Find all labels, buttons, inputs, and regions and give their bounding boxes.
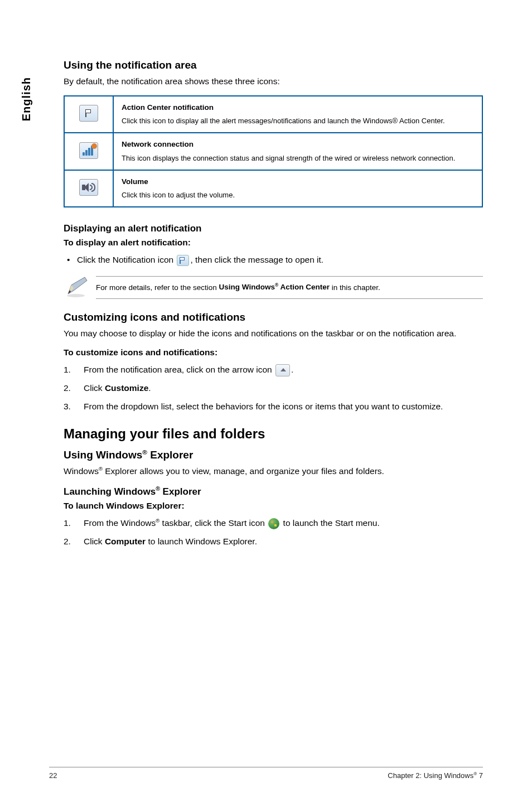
- ol-launch: 1. From the Windows® taskbar, click the …: [64, 516, 483, 549]
- heading-managing: Managing your files and folders: [64, 426, 483, 442]
- bullet-text-pre: Click the Notification icon: [77, 255, 176, 264]
- text-cell-volume: Volume Click this icon to adjust the vol…: [113, 170, 482, 207]
- page: English Using the notification area By d…: [0, 0, 532, 802]
- note-post: in this chapter.: [330, 283, 380, 291]
- heading-display-alert: Displaying an alert notification: [64, 223, 483, 234]
- s2-post: .: [148, 383, 151, 393]
- bullet-text-post: , then click the message to open it.: [190, 255, 323, 264]
- volume-speaker-icon: [79, 179, 98, 196]
- network-signal-icon: [79, 142, 98, 159]
- heading-customize: Customizing icons and notifications: [64, 311, 483, 323]
- note-pre: For more details, refer to the section: [96, 283, 219, 291]
- icon-cell-volume: [64, 170, 113, 207]
- para-customize: You may choose to display or hide the ic…: [64, 328, 483, 340]
- notification-icons-table: Action Center notification Click this ic…: [64, 95, 483, 207]
- s2-bold: Customize: [105, 383, 148, 393]
- note-pencil-icon: [64, 274, 91, 298]
- row3-body: Click this icon to adjust the volume.: [122, 191, 235, 199]
- para-explorer: Windows® Explorer allows you to view, ma…: [64, 466, 483, 477]
- arrow-up-icon: [275, 364, 290, 376]
- row1-body: Click this icon to display all the alert…: [122, 117, 445, 125]
- row1-title: Action Center notification: [122, 102, 474, 113]
- row2-title: Network connection: [122, 139, 474, 150]
- table-row: Volume Click this icon to adjust the vol…: [64, 170, 482, 207]
- chapter-label: Chapter 2: Using Windows® 7: [388, 771, 483, 780]
- note-bold-pre: Using Windows: [219, 283, 275, 291]
- svg-point-0: [67, 294, 85, 297]
- icon-cell-network: [64, 133, 113, 170]
- list-item: 3.From the dropdown list, select the beh…: [64, 400, 483, 414]
- language-tab: English: [20, 77, 36, 121]
- heading-notification-area: Using the notification area: [64, 59, 483, 71]
- text-cell-action-center: Action Center notification Click this ic…: [113, 96, 482, 133]
- svg-marker-1: [68, 277, 87, 294]
- l2-pre: Click: [84, 537, 105, 546]
- page-footer: 22 Chapter 2: Using Windows® 7: [0, 767, 532, 780]
- l1-post: to launch the Start menu.: [283, 518, 380, 528]
- start-menu-icon: [268, 518, 279, 529]
- sub-display-alert: To display an alert notification:: [64, 238, 483, 248]
- row2-body: This icon displays the connection status…: [122, 154, 455, 162]
- l2-post: to launch Windows Explorer.: [146, 537, 257, 546]
- row3-title: Volume: [122, 176, 474, 187]
- table-row: Network connection This icon displays th…: [64, 133, 482, 170]
- notification-flag-icon: [177, 255, 189, 266]
- para-notification-area: By default, the notification area shows …: [64, 76, 483, 88]
- content: Using the notification area By default, …: [64, 59, 483, 548]
- note-bold-post: Action Center: [280, 283, 330, 291]
- s1-post: .: [291, 365, 293, 374]
- sub-customize: To customize icons and notifications:: [64, 347, 483, 357]
- s3: From the dropdown list, select the behav…: [84, 400, 483, 414]
- action-center-flag-icon: [79, 105, 98, 122]
- s2-pre: Click: [84, 383, 105, 393]
- sub-launch: To launch Windows Explorer:: [64, 501, 483, 511]
- icon-cell-action-center: [64, 96, 113, 133]
- list-item: 1. From the Windows® taskbar, click the …: [64, 516, 483, 530]
- ol-customize: 1. From the notification area, click on …: [64, 363, 483, 413]
- heading-using-explorer: Using Windows® Explorer: [64, 448, 483, 461]
- s1-pre: From the notification area, click on the…: [84, 365, 274, 374]
- table-row: Action Center notification Click this ic…: [64, 96, 482, 133]
- heading-launch-explorer: Launching Windows® Explorer: [64, 485, 483, 497]
- note-text: For more details, refer to the section U…: [96, 276, 483, 299]
- note-block: For more details, refer to the section U…: [64, 276, 483, 299]
- bullet-list-alert: Click the Notification icon , then click…: [64, 253, 483, 267]
- list-item: 1. From the notification area, click on …: [64, 363, 483, 377]
- page-number: 22: [49, 771, 57, 780]
- l2-bold: Computer: [105, 537, 146, 546]
- list-item: 2. Click Customize.: [64, 381, 483, 395]
- text-cell-network: Network connection This icon displays th…: [113, 133, 482, 170]
- list-item: Click the Notification icon , then click…: [77, 253, 483, 267]
- list-item: 2. Click Computer to launch Windows Expl…: [64, 535, 483, 549]
